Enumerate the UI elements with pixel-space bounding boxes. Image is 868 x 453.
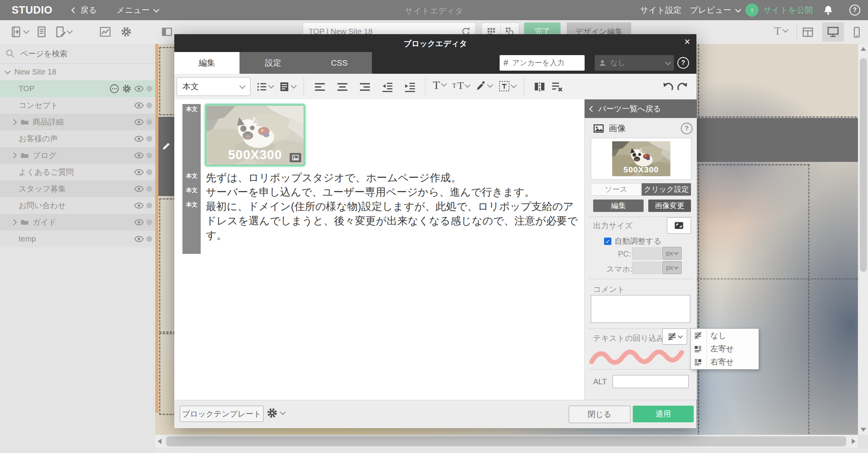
horizontal-scrollbar[interactable]: [155, 435, 858, 448]
collapse-icon[interactable]: [5, 68, 11, 75]
sidebar-item-recruit[interactable]: スタッフ募集: [0, 181, 155, 197]
scroll-right-arrow[interactable]: [852, 439, 856, 444]
text-color-button[interactable]: T: [433, 79, 446, 91]
checkbox-checked-icon[interactable]: ✓: [604, 238, 611, 245]
tab-css[interactable]: CSS: [307, 52, 372, 74]
smartphone-unit-select[interactable]: px: [662, 261, 682, 274]
back-to-parts-button[interactable]: パーツ一覧へ戻る: [585, 99, 697, 118]
desktop-view-button[interactable]: [822, 22, 844, 42]
sidebar-item-guide[interactable]: ガイド: [0, 214, 155, 231]
scroll-up-arrow[interactable]: [861, 47, 866, 51]
redo-icon[interactable]: [677, 81, 689, 92]
apply-button[interactable]: 適用: [633, 406, 694, 422]
eye-icon[interactable]: [134, 169, 144, 175]
undo-icon[interactable]: [662, 81, 674, 92]
text-block[interactable]: サーバーを申し込んで、ユーザー専用ページから、進んで行きます。: [206, 185, 583, 200]
eyedropper-button[interactable]: [476, 81, 492, 91]
eye-icon[interactable]: [134, 236, 144, 242]
clear-format-icon[interactable]: [551, 81, 563, 92]
align-right-icon[interactable]: [359, 82, 370, 92]
eye-icon[interactable]: [134, 219, 144, 226]
wrap-menu-item-left[interactable]: 左寄せ: [691, 342, 759, 355]
horizontal-scroll-thumb[interactable]: [166, 436, 846, 446]
split-view-icon[interactable]: [802, 26, 814, 38]
expand-icon[interactable]: [11, 153, 17, 159]
text-block[interactable]: 最初に、ドメイン(住所の様な物)設定しますが、此処で、ロリポップ支給のアドレスを…: [206, 200, 583, 243]
gear-icon[interactable]: [120, 26, 132, 38]
align-center-icon[interactable]: [337, 82, 348, 92]
preview-button[interactable]: プレビュー: [690, 0, 740, 20]
eye-icon[interactable]: [134, 186, 144, 192]
scroll-down-arrow[interactable]: [861, 428, 866, 432]
text-wrap-select[interactable]: [662, 328, 687, 345]
indent-icon[interactable]: [404, 82, 415, 92]
help-icon[interactable]: ?: [849, 5, 860, 16]
vertical-scroll-thumb[interactable]: [860, 58, 867, 272]
tab-settings[interactable]: 設定: [240, 52, 307, 74]
site-settings-button[interactable]: サイト設定: [640, 0, 681, 20]
wrap-menu-item-right[interactable]: 右寄せ: [691, 355, 759, 368]
vertical-scrollbar[interactable]: [859, 44, 868, 435]
auto-adjust-row[interactable]: ✓ 自動調整する: [604, 236, 661, 246]
tab-click-settings[interactable]: クリック設定: [642, 183, 691, 196]
tab-edit[interactable]: 編集: [174, 52, 240, 74]
merge-cells-icon[interactable]: [534, 81, 545, 92]
outdent-icon[interactable]: [382, 82, 393, 92]
sidebar-item-top[interactable]: TOP: [0, 80, 155, 97]
page-search[interactable]: [0, 44, 155, 64]
tab-source[interactable]: ソース: [591, 183, 641, 196]
page-list-icon[interactable]: [36, 26, 47, 38]
sidebar-item-faq[interactable]: よくあるご質問: [0, 164, 155, 181]
text-block[interactable]: 先ずは、ロリポップスタジオで、ホームページ作成。: [206, 171, 583, 185]
expand-icon[interactable]: [11, 119, 17, 125]
align-left-icon[interactable]: [314, 82, 325, 92]
wrap-menu-item-none[interactable]: なし: [691, 329, 759, 342]
expand-icon[interactable]: [11, 219, 17, 226]
comment-textarea[interactable]: [591, 295, 690, 323]
text-blocks[interactable]: 先ずは、ロリポップスタジオで、ホームページ作成。 サーバーを申し込んで、ユーザー…: [206, 171, 583, 243]
change-image-button[interactable]: 画像変更: [648, 200, 691, 212]
selected-image-block[interactable]: 500X300: [205, 104, 305, 166]
add-page-button[interactable]: [11, 26, 28, 38]
sidebar-item-blog[interactable]: ブログ: [0, 147, 155, 164]
block-template-button[interactable]: ブロックテンプレート: [180, 406, 264, 422]
close-icon[interactable]: ×: [684, 36, 690, 47]
eye-icon[interactable]: [134, 102, 144, 109]
eye-icon[interactable]: [134, 135, 144, 142]
eye-icon[interactable]: [134, 119, 144, 125]
paragraph-style-select[interactable]: 本文: [177, 77, 250, 96]
bell-icon[interactable]: [823, 5, 833, 16]
more-options-icon[interactable]: [109, 84, 119, 94]
anchor-input[interactable]: [511, 58, 581, 68]
sidebar-item-temp[interactable]: temp: [0, 231, 155, 247]
sidebar-item-products[interactable]: 商品詳細: [0, 114, 155, 130]
link-select[interactable]: なし: [595, 55, 674, 71]
bullet-list-button[interactable]: [257, 82, 273, 92]
block-editor-content[interactable]: 本文 本文 本文 本文 500X300 先ずは、ロリポップスタジオで、ホームペー…: [174, 99, 584, 400]
close-button[interactable]: 閉じる: [569, 406, 630, 423]
edit-image-button[interactable]: 編集: [593, 200, 644, 212]
search-input[interactable]: [19, 49, 130, 59]
sidebar-item-contact[interactable]: お問い合わせ: [0, 197, 155, 214]
block-style-button[interactable]: [279, 82, 296, 92]
text-box-style-button[interactable]: [499, 81, 516, 92]
pc-unit-select[interactable]: px: [662, 247, 682, 260]
publish-button[interactable]: ↑ サイトを公開: [745, 0, 813, 20]
sidebar-item-voices[interactable]: お客様の声: [0, 130, 155, 147]
phone-icon[interactable]: [851, 26, 863, 38]
sidebar-site-root[interactable]: New Site 18: [0, 64, 155, 80]
help-icon[interactable]: ?: [681, 123, 693, 134]
anchor-field[interactable]: #: [500, 55, 585, 71]
pencil-icon[interactable]: [161, 141, 172, 151]
panel-toggle-icon[interactable]: [161, 26, 172, 37]
sidebar-item-concept[interactable]: コンセプト: [0, 97, 155, 114]
scroll-left-arrow[interactable]: [158, 439, 161, 444]
eye-icon[interactable]: [134, 202, 144, 209]
text-style-button[interactable]: T: [774, 24, 788, 37]
eye-icon[interactable]: [134, 152, 144, 159]
alt-input[interactable]: [613, 375, 689, 388]
block-settings-button[interactable]: [266, 407, 285, 419]
smartphone-size-input[interactable]: [632, 262, 661, 274]
gear-icon[interactable]: [122, 84, 132, 94]
pc-size-input[interactable]: [632, 247, 661, 260]
